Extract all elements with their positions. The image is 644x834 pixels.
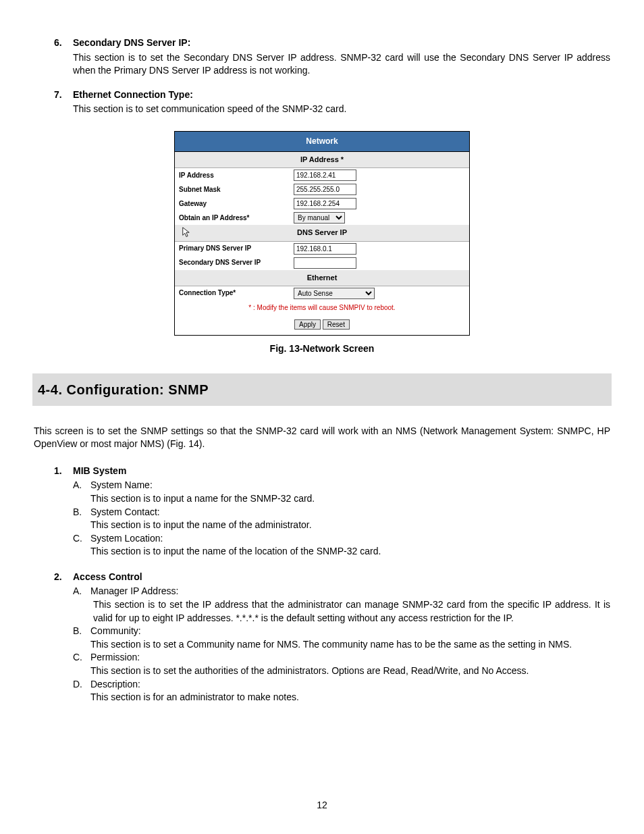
reset-button[interactable]: Reset	[323, 319, 350, 330]
list-item-access-control: 2. Access Control	[54, 571, 610, 584]
ac-b-letter: B.	[73, 625, 90, 638]
figure-13: Network IP Address * IP Address Subnet M…	[34, 131, 610, 336]
list-item-7: 7. Ethernet Connection Type:	[54, 88, 610, 102]
mask-label: Subnet Mask	[179, 185, 294, 194]
mib-c-body: This section is to input the name of the…	[90, 545, 610, 558]
list-item-mib: 1. MIB System	[54, 465, 610, 478]
dns-header-text: DNS Server IP	[297, 228, 347, 236]
mib-b-body: This section is to input the name of the…	[90, 519, 610, 532]
button-row: Apply Reset	[175, 315, 469, 335]
ac-c: C. Permission:	[73, 651, 610, 664]
row-mask: Subnet Mask	[175, 182, 469, 197]
mib-c-letter: C.	[73, 532, 90, 546]
row-ip: IP Address	[175, 168, 469, 182]
ip-label: IP Address	[179, 171, 294, 180]
mib-num: 1.	[54, 465, 73, 478]
gateway-input[interactable]	[294, 198, 356, 209]
item6-title: Secondary DNS Server IP:	[73, 36, 190, 50]
ac-d-title: Description:	[90, 678, 140, 692]
ac-a-letter: A.	[73, 585, 90, 598]
ac-a-body: This section is to set the IP address th…	[93, 598, 610, 625]
row-obtain: Obtain an IP Address* By manual	[175, 211, 469, 225]
ac-c-body: This section is to set the authorities o…	[90, 664, 610, 678]
ip-input[interactable]	[294, 170, 356, 181]
mib-b-letter: B.	[73, 506, 90, 519]
subheader-ip: IP Address *	[175, 152, 469, 168]
item7-number: 7.	[54, 88, 73, 102]
mib-a-body: This section is to input a name for the …	[90, 492, 610, 506]
obtain-label: Obtain an IP Address*	[179, 213, 294, 223]
section-intro: This screen is to set the SNMP settings …	[34, 425, 610, 451]
obtain-select[interactable]: By manual	[294, 212, 345, 224]
ac-b: B. Community:	[73, 625, 610, 638]
reboot-note: * : Modify the items will cause SNMPIV t…	[175, 301, 469, 315]
cursor-icon	[182, 227, 191, 236]
page-number: 12	[34, 799, 610, 812]
item6-body: This section is to set the Secondary DNS…	[73, 51, 610, 78]
ac-num: 2.	[54, 571, 73, 584]
secondary-dns-label: Secondary DNS Server IP	[179, 258, 294, 267]
secondary-dns-input[interactable]	[294, 257, 356, 269]
panel-header: Network	[175, 132, 469, 152]
ac-b-title: Community:	[90, 625, 141, 638]
mib-a-letter: A.	[73, 479, 90, 492]
item7-title: Ethernet Connection Type:	[73, 88, 193, 102]
subheader-ethernet: Ethernet	[175, 270, 469, 286]
gateway-label: Gateway	[179, 199, 294, 209]
mib-a: A. System Name:	[73, 479, 610, 492]
item7-body: This section is to set communication spe…	[73, 103, 610, 116]
ac-a-title: Manager IP Address:	[90, 585, 178, 598]
row-primary-dns: Primary DNS Server IP	[175, 242, 469, 256]
list-item-6: 6. Secondary DNS Server IP:	[54, 36, 610, 50]
row-secondary-dns: Secondary DNS Server IP	[175, 256, 469, 270]
ac-a: A. Manager IP Address:	[73, 585, 610, 598]
figure-caption: Fig. 13-Network Screen	[34, 342, 610, 356]
ac-c-letter: C.	[73, 651, 90, 664]
mib-a-title: System Name:	[90, 479, 153, 492]
primary-dns-input[interactable]	[294, 243, 356, 255]
item6-number: 6.	[54, 36, 73, 50]
mib-c-title: System Location:	[90, 532, 163, 546]
conn-type-select[interactable]: Auto Sense	[294, 288, 375, 299]
ac-c-title: Permission:	[90, 651, 140, 664]
section-heading-4-4: 4-4. Configuration: SNMP	[32, 373, 612, 406]
ac-d-body: This section is for an administrator to …	[90, 691, 610, 704]
network-panel: Network IP Address * IP Address Subnet M…	[174, 131, 470, 336]
subheader-dns: DNS Server IP	[175, 225, 469, 241]
mib-c: C. System Location:	[73, 532, 610, 546]
row-gateway: Gateway	[175, 197, 469, 211]
mib-b-title: System Contact:	[90, 506, 160, 519]
ac-d: D. Description:	[73, 678, 610, 692]
conn-type-label: Connection Type*	[179, 288, 294, 298]
ac-b-body: This section is to set a Community name …	[90, 638, 610, 652]
ac-title: Access Control	[73, 571, 142, 584]
mib-title: MIB System	[73, 465, 126, 478]
apply-button[interactable]: Apply	[294, 319, 321, 330]
mask-input[interactable]	[294, 184, 356, 195]
row-conn-type: Connection Type* Auto Sense	[175, 286, 469, 301]
mib-b: B. System Contact:	[73, 506, 610, 519]
primary-dns-label: Primary DNS Server IP	[179, 244, 294, 253]
ac-d-letter: D.	[73, 678, 90, 692]
